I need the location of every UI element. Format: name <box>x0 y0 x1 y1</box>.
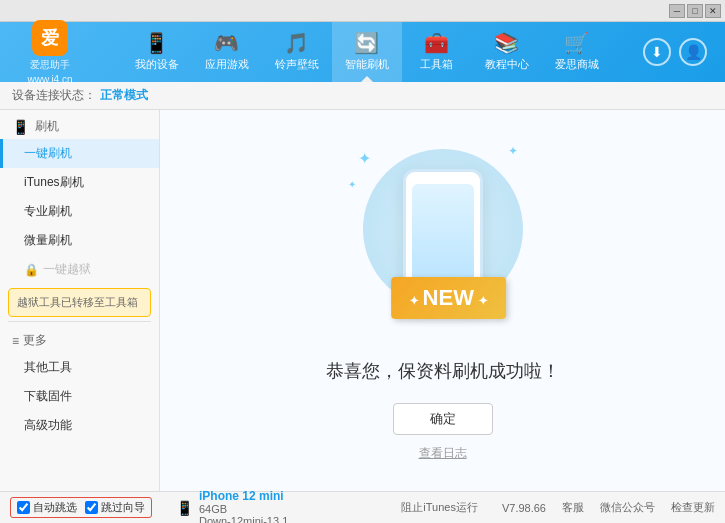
sidebar-item-jailbreak-disabled: 🔒 一键越狱 <box>0 255 159 284</box>
skip-guide-label: 跳过向导 <box>101 500 145 515</box>
sparkle-2-icon: ✦ <box>508 144 518 158</box>
maximize-button[interactable]: □ <box>687 4 703 18</box>
nav-toolbox-label: 工具箱 <box>420 57 453 72</box>
more-icon: ≡ <box>12 334 19 348</box>
other-tools-label: 其他工具 <box>24 360 72 374</box>
notice-text: 越狱工具已转移至工具箱 <box>17 296 138 308</box>
nav-apps-games[interactable]: 🎮 应用游戏 <box>192 22 262 82</box>
nav-smart-flash-icon: 🔄 <box>354 33 379 53</box>
nav-my-device[interactable]: 📱 我的设备 <box>122 22 192 82</box>
skip-guide-checkbox-label[interactable]: 跳过向导 <box>85 500 145 515</box>
content-area: ✦ ✦ ✦ NEW 恭喜您，保资料刷机成功啦！ 确定 查看日志 <box>160 110 725 491</box>
bottom-bar: 自动跳选 跳过向导 📱 iPhone 12 mini 64GB Down-12m… <box>0 491 725 523</box>
nav-apps-games-icon: 🎮 <box>214 33 239 53</box>
sparkle-3-icon: ✦ <box>348 179 356 190</box>
one-key-flash-label: 一键刷机 <box>24 146 72 160</box>
version-label: V7.98.66 <box>502 502 546 514</box>
logo-text: 爱思助手 <box>30 58 70 72</box>
nav-my-device-icon: 📱 <box>144 33 169 53</box>
device-version: Down-12mini-13,1 <box>199 515 288 524</box>
new-ribbon: NEW <box>391 277 506 319</box>
nav-ringtone-icon: 🎵 <box>284 33 309 53</box>
itunes-button[interactable]: 阻止iTunes运行 <box>401 500 478 515</box>
wechat-public-link[interactable]: 微信公众号 <box>600 500 655 515</box>
logo-icon: 爱 <box>32 20 68 56</box>
sidebar-item-other-tools[interactable]: 其他工具 <box>0 353 159 382</box>
nav-tutorial-icon: 📚 <box>494 33 519 53</box>
nav-shop-label: 爱思商城 <box>555 57 599 72</box>
status-bar: 设备连接状态： 正常模式 <box>0 82 725 110</box>
nav-tutorial-label: 教程中心 <box>485 57 529 72</box>
micro-flash-label: 微量刷机 <box>24 233 72 247</box>
auto-jump-checkbox[interactable] <box>17 501 30 514</box>
sparkle-1-icon: ✦ <box>358 149 371 168</box>
minimize-button[interactable]: ─ <box>669 4 685 18</box>
more-label: 更多 <box>23 332 47 349</box>
sidebar-item-itunes-flash[interactable]: iTunes刷机 <box>0 168 159 197</box>
pro-flash-label: 专业刷机 <box>24 204 72 218</box>
sidebar-item-one-key-flash[interactable]: 一键刷机 <box>0 139 159 168</box>
success-illustration: ✦ ✦ ✦ NEW <box>343 139 543 339</box>
user-button[interactable]: 👤 <box>679 38 707 66</box>
title-bar: ─ □ ✕ <box>0 0 725 22</box>
status-value: 正常模式 <box>100 87 148 104</box>
auto-jump-checkbox-label[interactable]: 自动跳选 <box>17 500 77 515</box>
bottom-left: 自动跳选 跳过向导 📱 iPhone 12 mini 64GB Down-12m… <box>10 489 288 524</box>
flash-section-icon: 📱 <box>12 119 29 135</box>
nav-shop-icon: 🛒 <box>564 33 589 53</box>
checkbox-group: 自动跳选 跳过向导 <box>10 497 152 518</box>
download-button[interactable]: ⬇ <box>643 38 671 66</box>
skip-guide-checkbox[interactable] <box>85 501 98 514</box>
sidebar-item-micro-flash[interactable]: 微量刷机 <box>0 226 159 255</box>
device-name: iPhone 12 mini <box>199 489 288 503</box>
window-controls[interactable]: ─ □ ✕ <box>669 4 721 18</box>
device-storage: 64GB <box>199 503 288 515</box>
logo-subtext: www.i4.cn <box>27 74 72 85</box>
main-layout: 📱 刷机 一键刷机 iTunes刷机 专业刷机 微量刷机 🔒 一键越狱 越狱工具… <box>0 110 725 491</box>
nav-smart-flash[interactable]: 🔄 智能刷机 <box>332 22 402 82</box>
logo: 爱 爱思助手 www.i4.cn <box>10 20 90 85</box>
nav-apps-games-label: 应用游戏 <box>205 57 249 72</box>
close-button[interactable]: ✕ <box>705 4 721 18</box>
sidebar-section-flash: 📱 刷机 <box>0 110 159 139</box>
cancel-link[interactable]: 查看日志 <box>419 445 467 462</box>
sidebar-more-section: ≡ 更多 <box>0 326 159 353</box>
confirm-button[interactable]: 确定 <box>393 403 493 435</box>
nav-shop[interactable]: 🛒 爱思商城 <box>542 22 612 82</box>
nav-smart-flash-label: 智能刷机 <box>345 57 389 72</box>
sidebar-divider <box>8 321 151 322</box>
customer-service-link[interactable]: 客服 <box>562 500 584 515</box>
phone-screen <box>412 184 474 288</box>
nav-items: 📱 我的设备 🎮 应用游戏 🎵 铃声壁纸 🔄 智能刷机 🧰 工具箱 📚 教程中心… <box>90 22 643 82</box>
sidebar-item-advanced[interactable]: 高级功能 <box>0 411 159 440</box>
advanced-label: 高级功能 <box>24 418 72 432</box>
nav-toolbox-icon: 🧰 <box>424 33 449 53</box>
auto-jump-label: 自动跳选 <box>33 500 77 515</box>
success-title: 恭喜您，保资料刷机成功啦！ <box>326 359 560 383</box>
device-info: 📱 iPhone 12 mini 64GB Down-12mini-13,1 <box>176 489 288 524</box>
device-phone-icon: 📱 <box>176 500 193 516</box>
flash-section-label: 刷机 <box>35 118 59 135</box>
header: 爱 爱思助手 www.i4.cn 📱 我的设备 🎮 应用游戏 🎵 铃声壁纸 🔄 … <box>0 22 725 82</box>
nav-my-device-label: 我的设备 <box>135 57 179 72</box>
sidebar: 📱 刷机 一键刷机 iTunes刷机 专业刷机 微量刷机 🔒 一键越狱 越狱工具… <box>0 110 160 491</box>
nav-toolbox[interactable]: 🧰 工具箱 <box>402 22 472 82</box>
lock-icon: 🔒 <box>24 263 39 277</box>
sidebar-notice-jailbreak: 越狱工具已转移至工具箱 <box>8 288 151 317</box>
itunes-flash-label: iTunes刷机 <box>24 175 84 189</box>
status-label: 设备连接状态： <box>12 87 96 104</box>
jailbreak-label: 一键越狱 <box>43 261 91 278</box>
sidebar-item-pro-flash[interactable]: 专业刷机 <box>0 197 159 226</box>
download-firmware-label: 下载固件 <box>24 389 72 403</box>
nav-ringtone[interactable]: 🎵 铃声壁纸 <box>262 22 332 82</box>
check-update-link[interactable]: 检查更新 <box>671 500 715 515</box>
bottom-right: 阻止iTunes运行 V7.98.66 客服 微信公众号 检查更新 <box>401 500 715 515</box>
nav-tutorial[interactable]: 📚 教程中心 <box>472 22 542 82</box>
sidebar-item-download-firmware[interactable]: 下载固件 <box>0 382 159 411</box>
header-right: ⬇ 👤 <box>643 38 715 66</box>
nav-ringtone-label: 铃声壁纸 <box>275 57 319 72</box>
